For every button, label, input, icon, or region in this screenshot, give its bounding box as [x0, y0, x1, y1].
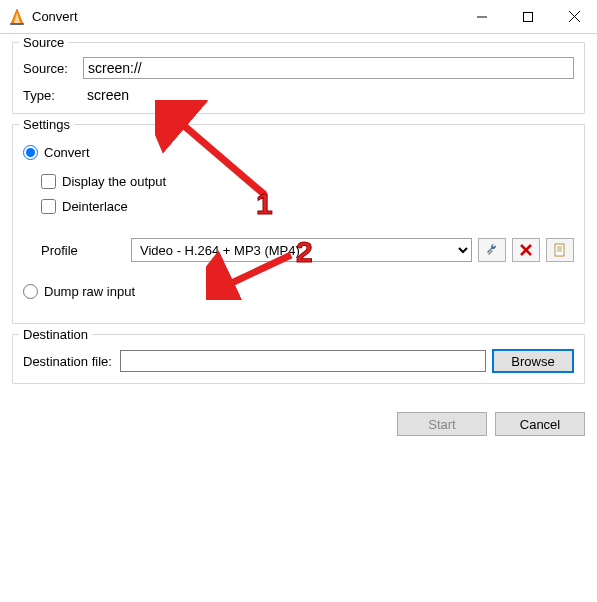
- titlebar: Convert: [0, 0, 597, 34]
- dump-raw-radio[interactable]: [23, 284, 38, 299]
- type-value: screen: [83, 87, 129, 103]
- maximize-button[interactable]: [505, 0, 551, 34]
- type-label: Type:: [23, 88, 83, 103]
- profile-select[interactable]: Video - H.264 + MP3 (MP4): [131, 238, 472, 262]
- convert-label: Convert: [44, 145, 90, 160]
- convert-dialog: Convert Source Source: Type: screen: [0, 0, 597, 602]
- new-profile-button[interactable]: [546, 238, 574, 262]
- start-button[interactable]: Start: [397, 412, 487, 436]
- new-profile-icon: [553, 243, 567, 257]
- settings-group-label: Settings: [19, 117, 74, 132]
- deinterlace-row[interactable]: Deinterlace: [41, 199, 574, 214]
- deinterlace-checkbox[interactable]: [41, 199, 56, 214]
- source-input[interactable]: [83, 57, 574, 79]
- dialog-buttons: Start Cancel: [0, 406, 597, 446]
- source-group-label: Source: [19, 35, 68, 50]
- wrench-icon: [485, 243, 499, 257]
- convert-radio[interactable]: [23, 145, 38, 160]
- delete-profile-button[interactable]: [512, 238, 540, 262]
- destination-file-input[interactable]: [120, 350, 486, 372]
- edit-profile-button[interactable]: [478, 238, 506, 262]
- source-group: Source Source: Type: screen: [12, 42, 585, 114]
- source-label: Source:: [23, 61, 83, 76]
- display-output-label: Display the output: [62, 174, 166, 189]
- svg-rect-2: [524, 12, 533, 21]
- destination-file-label: Destination file:: [23, 354, 112, 369]
- deinterlace-label: Deinterlace: [62, 199, 128, 214]
- delete-icon: [520, 244, 532, 256]
- convert-radio-row[interactable]: Convert: [23, 145, 574, 160]
- destination-group-label: Destination: [19, 327, 92, 342]
- display-output-row[interactable]: Display the output: [41, 174, 574, 189]
- svg-rect-0: [10, 23, 24, 25]
- dump-raw-row[interactable]: Dump raw input: [23, 284, 574, 299]
- dump-raw-label: Dump raw input: [44, 284, 135, 299]
- titlebar-buttons: [459, 0, 597, 34]
- destination-group: Destination Destination file: Browse: [12, 334, 585, 384]
- window-title: Convert: [32, 9, 459, 24]
- cancel-button[interactable]: Cancel: [495, 412, 585, 436]
- browse-button[interactable]: Browse: [492, 349, 574, 373]
- close-button[interactable]: [551, 0, 597, 34]
- svg-rect-7: [555, 244, 564, 256]
- app-icon: [8, 8, 26, 26]
- settings-group: Settings Convert Display the output Dein…: [12, 124, 585, 324]
- display-output-checkbox[interactable]: [41, 174, 56, 189]
- minimize-button[interactable]: [459, 0, 505, 34]
- profile-label: Profile: [41, 243, 131, 258]
